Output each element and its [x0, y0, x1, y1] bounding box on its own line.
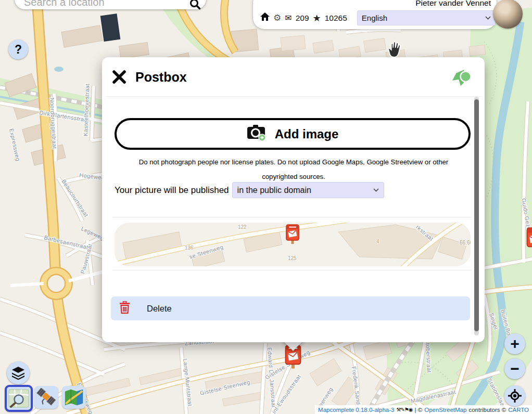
zoom-out-button[interactable]: −	[504, 358, 525, 379]
minimap-label: 125	[288, 255, 297, 261]
minus-icon: −	[510, 360, 520, 378]
minimap[interactable]: 122 136 se Steenweg 125 4 rkstraat 66;66	[115, 223, 471, 266]
hand-cursor-icon	[386, 41, 402, 60]
language-select[interactable]: English	[357, 10, 496, 25]
divider	[112, 270, 471, 270]
user-avatar[interactable]	[493, 0, 523, 29]
mapcomplete-logo-icon	[451, 69, 471, 89]
license-select-value: in the public domain	[237, 186, 311, 195]
star-count: 10265	[325, 14, 347, 23]
license-prefix-label: Your picture will be published	[115, 185, 229, 196]
mail-icon[interactable]: ✉	[285, 14, 292, 22]
delete-button[interactable]: Delete	[111, 296, 470, 320]
background-osm-button[interactable]	[5, 385, 33, 412]
add-image-label: Add image	[275, 127, 339, 141]
osm-map-icon	[8, 389, 29, 408]
crosshair-icon	[508, 389, 522, 403]
search-bar[interactable]	[15, 0, 206, 9]
chevron-down-icon	[373, 188, 379, 192]
postbox-icon	[526, 227, 532, 252]
minimap-label: 122	[238, 224, 247, 230]
home-icon[interactable]	[260, 12, 270, 23]
close-icon[interactable]	[112, 70, 126, 84]
trash-icon	[119, 301, 130, 316]
minimap-label: 4	[376, 239, 379, 244]
layers-button[interactable]	[7, 361, 30, 384]
content-divider	[106, 96, 480, 97]
username: Pieter vander Vennet	[415, 0, 491, 8]
search-icon[interactable]	[189, 0, 201, 12]
version-link[interactable]: Mapcomplete 0.18.0-alpha-3	[318, 407, 394, 413]
question-icon: ?	[15, 43, 22, 57]
divider	[112, 217, 471, 217]
minimap-svg: 122 136 se Steenweg 125 4 rkstraat 66;66	[115, 223, 471, 266]
postbox-marker-edge[interactable]	[526, 227, 532, 254]
delete-label: Delete	[147, 304, 172, 314]
star-icon: ★	[313, 14, 321, 23]
minimap-label: 136	[185, 245, 194, 251]
background-map-button[interactable]	[62, 386, 86, 409]
attribution-icons: ⚒✎⚑◉	[397, 407, 413, 412]
minimap-label: 66;66	[460, 240, 471, 245]
zoom-in-button[interactable]: +	[504, 333, 525, 354]
gear-icon[interactable]: ⚙	[273, 14, 281, 22]
attribution-separator: | ©	[415, 407, 423, 413]
image-license-note: Do not photograph people nor license pla…	[123, 155, 464, 184]
modal-scrollbar-track	[474, 97, 479, 335]
modal-scrollbar[interactable]	[474, 99, 479, 331]
feature-popup: Postbox Add image Do not photograph peop…	[102, 57, 485, 342]
osm-link[interactable]: OpenStreetMap	[424, 407, 466, 413]
language-select-value: English	[362, 14, 387, 22]
help-button[interactable]: ?	[8, 40, 28, 59]
plus-icon: +	[510, 335, 520, 353]
folded-map-icon	[64, 388, 84, 407]
attribution-contributors: contributors ©	[468, 407, 506, 413]
add-image-button[interactable]: Add image	[115, 118, 471, 150]
search-input[interactable]	[23, 0, 181, 9]
license-select[interactable]: in the public domain	[232, 182, 384, 198]
background-satellite-button[interactable]	[34, 386, 58, 409]
chevron-down-icon	[485, 16, 491, 20]
mail-count: 209	[296, 14, 309, 23]
geolocate-button[interactable]	[504, 385, 525, 406]
license-row: Your picture will be published in the pu…	[115, 182, 384, 198]
camera-icon	[247, 124, 267, 144]
user-panel-row: ⚙ ✉ 209 ★ 10265 English	[260, 10, 514, 25]
attribution-bar: Mapcomplete 0.18.0-alpha-3⚒✎⚑◉ | © OpenS…	[315, 405, 532, 414]
layers-icon	[11, 366, 26, 380]
carto-link[interactable]: CARTO	[508, 407, 529, 413]
satellite-icon	[36, 388, 56, 407]
popup-title: Postbox	[135, 70, 187, 85]
